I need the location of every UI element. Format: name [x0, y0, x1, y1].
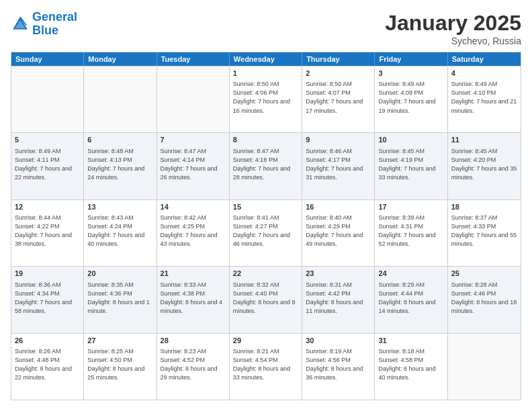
calendar-cell — [157, 66, 230, 132]
cell-info: Sunrise: 8:33 AM Sunset: 4:38 PM Dayligh… — [161, 281, 226, 316]
day-number: 8 — [233, 135, 298, 145]
calendar-cell: 13Sunrise: 8:43 AM Sunset: 4:24 PM Dayli… — [84, 200, 157, 266]
calendar-cell: 25Sunrise: 8:28 AM Sunset: 4:46 PM Dayli… — [448, 267, 521, 332]
cell-info: Sunrise: 8:43 AM Sunset: 4:24 PM Dayligh… — [87, 214, 152, 248]
day-number: 6 — [87, 135, 152, 145]
cell-info: Sunrise: 8:49 AM Sunset: 4:10 PM Dayligh… — [451, 80, 517, 115]
calendar-row: 26Sunrise: 8:26 AM Sunset: 4:48 PM Dayli… — [11, 333, 521, 400]
day-number: 15 — [233, 202, 298, 212]
calendar-row: 1Sunrise: 8:50 AM Sunset: 4:06 PM Daylig… — [11, 66, 521, 132]
cell-info: Sunrise: 8:41 AM Sunset: 4:27 PM Dayligh… — [233, 214, 298, 248]
calendar-cell: 24Sunrise: 8:29 AM Sunset: 4:44 PM Dayli… — [375, 267, 447, 332]
calendar-cell: 22Sunrise: 8:32 AM Sunset: 4:40 PM Dayli… — [230, 267, 302, 332]
logo-icon — [11, 15, 30, 34]
cell-info: Sunrise: 8:32 AM Sunset: 4:40 PM Dayligh… — [233, 281, 298, 316]
logo-line1: General — [32, 10, 77, 24]
calendar-row: 5Sunrise: 8:49 AM Sunset: 4:11 PM Daylig… — [11, 132, 521, 199]
calendar-row: 19Sunrise: 8:36 AM Sunset: 4:34 PM Dayli… — [11, 266, 521, 332]
day-number: 17 — [378, 202, 443, 212]
calendar-header-cell: Friday — [375, 52, 447, 66]
day-number: 9 — [306, 135, 371, 145]
calendar-cell: 20Sunrise: 8:35 AM Sunset: 4:36 PM Dayli… — [84, 267, 157, 332]
calendar-cell: 17Sunrise: 8:39 AM Sunset: 4:31 PM Dayli… — [375, 200, 447, 266]
cell-info: Sunrise: 8:50 AM Sunset: 4:07 PM Dayligh… — [306, 80, 371, 115]
day-number: 13 — [87, 202, 152, 212]
calendar-cell: 3Sunrise: 8:49 AM Sunset: 4:09 PM Daylig… — [375, 66, 447, 132]
calendar-header-cell: Tuesday — [157, 52, 230, 66]
day-number: 23 — [306, 269, 371, 279]
day-number: 28 — [161, 336, 226, 346]
calendar-row: 12Sunrise: 8:44 AM Sunset: 4:22 PM Dayli… — [11, 199, 521, 266]
cell-info: Sunrise: 8:26 AM Sunset: 4:48 PM Dayligh… — [15, 347, 80, 382]
calendar-cell: 15Sunrise: 8:41 AM Sunset: 4:27 PM Dayli… — [230, 200, 302, 266]
calendar-cell: 11Sunrise: 8:45 AM Sunset: 4:20 PM Dayli… — [448, 133, 521, 199]
day-number: 19 — [15, 269, 80, 279]
day-number: 29 — [233, 336, 298, 346]
day-number: 27 — [87, 336, 152, 346]
calendar-header-cell: Thursday — [302, 52, 375, 66]
calendar-header-cell: Sunday — [11, 52, 84, 66]
calendar-cell: 23Sunrise: 8:31 AM Sunset: 4:42 PM Dayli… — [302, 267, 375, 332]
cell-info: Sunrise: 8:45 AM Sunset: 4:19 PM Dayligh… — [378, 147, 443, 182]
cell-info: Sunrise: 8:31 AM Sunset: 4:42 PM Dayligh… — [306, 281, 371, 316]
day-number: 4 — [451, 68, 517, 79]
calendar-cell: 14Sunrise: 8:42 AM Sunset: 4:25 PM Dayli… — [157, 200, 230, 266]
day-number: 3 — [378, 68, 443, 79]
cell-info: Sunrise: 8:50 AM Sunset: 4:06 PM Dayligh… — [233, 80, 298, 115]
calendar-cell: 5Sunrise: 8:49 AM Sunset: 4:11 PM Daylig… — [11, 133, 84, 199]
cell-info: Sunrise: 8:42 AM Sunset: 4:25 PM Dayligh… — [161, 214, 226, 248]
cell-info: Sunrise: 8:39 AM Sunset: 4:31 PM Dayligh… — [378, 214, 443, 248]
calendar-header-cell: Saturday — [448, 52, 521, 66]
day-number: 14 — [161, 202, 226, 212]
cell-info: Sunrise: 8:40 AM Sunset: 4:29 PM Dayligh… — [306, 214, 371, 248]
cell-info: Sunrise: 8:49 AM Sunset: 4:09 PM Dayligh… — [378, 80, 443, 115]
month-title: January 2025 — [385, 11, 521, 36]
cell-info: Sunrise: 8:47 AM Sunset: 4:14 PM Dayligh… — [161, 147, 226, 182]
day-number: 16 — [306, 202, 371, 212]
calendar-cell: 31Sunrise: 8:18 AM Sunset: 4:58 PM Dayli… — [375, 334, 447, 400]
day-number: 25 — [451, 269, 517, 279]
day-number: 22 — [233, 269, 298, 279]
day-number: 11 — [451, 135, 517, 145]
cell-info: Sunrise: 8:25 AM Sunset: 4:50 PM Dayligh… — [87, 347, 152, 382]
calendar-cell — [448, 334, 521, 400]
cell-info: Sunrise: 8:35 AM Sunset: 4:36 PM Dayligh… — [87, 281, 152, 316]
calendar-header-row: SundayMondayTuesdayWednesdayThursdayFrid… — [11, 52, 521, 66]
cell-info: Sunrise: 8:46 AM Sunset: 4:17 PM Dayligh… — [306, 147, 371, 182]
calendar-cell: 8Sunrise: 8:47 AM Sunset: 4:16 PM Daylig… — [230, 133, 302, 199]
cell-info: Sunrise: 8:21 AM Sunset: 4:54 PM Dayligh… — [233, 347, 298, 382]
cell-info: Sunrise: 8:45 AM Sunset: 4:20 PM Dayligh… — [451, 147, 517, 182]
calendar-cell: 21Sunrise: 8:33 AM Sunset: 4:38 PM Dayli… — [157, 267, 230, 332]
cell-info: Sunrise: 8:37 AM Sunset: 4:33 PM Dayligh… — [451, 214, 517, 248]
location: Sychevo, Russia — [385, 36, 521, 46]
day-number: 10 — [378, 135, 443, 145]
calendar-cell: 10Sunrise: 8:45 AM Sunset: 4:19 PM Dayli… — [375, 133, 447, 199]
cell-info: Sunrise: 8:36 AM Sunset: 4:34 PM Dayligh… — [15, 281, 80, 316]
day-number: 21 — [161, 269, 226, 279]
calendar-cell: 18Sunrise: 8:37 AM Sunset: 4:33 PM Dayli… — [448, 200, 521, 266]
day-number: 7 — [161, 135, 226, 145]
calendar-cell: 7Sunrise: 8:47 AM Sunset: 4:14 PM Daylig… — [157, 133, 230, 199]
calendar-cell: 2Sunrise: 8:50 AM Sunset: 4:07 PM Daylig… — [302, 66, 375, 132]
calendar-cell: 30Sunrise: 8:19 AM Sunset: 4:56 PM Dayli… — [302, 334, 375, 400]
day-number: 31 — [378, 336, 443, 346]
cell-info: Sunrise: 8:44 AM Sunset: 4:22 PM Dayligh… — [15, 214, 80, 248]
calendar-body: 1Sunrise: 8:50 AM Sunset: 4:06 PM Daylig… — [11, 66, 521, 400]
day-number: 30 — [306, 336, 371, 346]
day-number: 2 — [306, 68, 371, 79]
cell-info: Sunrise: 8:23 AM Sunset: 4:52 PM Dayligh… — [161, 347, 226, 382]
calendar-cell: 6Sunrise: 8:48 AM Sunset: 4:13 PM Daylig… — [84, 133, 157, 199]
calendar: SundayMondayTuesdayWednesdayThursdayFrid… — [11, 52, 521, 400]
calendar-cell: 1Sunrise: 8:50 AM Sunset: 4:06 PM Daylig… — [230, 66, 302, 132]
cell-info: Sunrise: 8:28 AM Sunset: 4:46 PM Dayligh… — [451, 281, 517, 316]
calendar-header-cell: Monday — [84, 52, 157, 66]
calendar-cell: 12Sunrise: 8:44 AM Sunset: 4:22 PM Dayli… — [11, 200, 84, 266]
cell-info: Sunrise: 8:48 AM Sunset: 4:13 PM Dayligh… — [87, 147, 152, 182]
cell-info: Sunrise: 8:29 AM Sunset: 4:44 PM Dayligh… — [378, 281, 443, 316]
calendar-cell: 4Sunrise: 8:49 AM Sunset: 4:10 PM Daylig… — [448, 66, 521, 132]
logo-text: General Blue — [32, 11, 77, 38]
calendar-cell: 28Sunrise: 8:23 AM Sunset: 4:52 PM Dayli… — [157, 334, 230, 400]
day-number: 5 — [15, 135, 80, 145]
calendar-cell: 19Sunrise: 8:36 AM Sunset: 4:34 PM Dayli… — [11, 267, 84, 332]
cell-info: Sunrise: 8:19 AM Sunset: 4:56 PM Dayligh… — [306, 347, 371, 382]
